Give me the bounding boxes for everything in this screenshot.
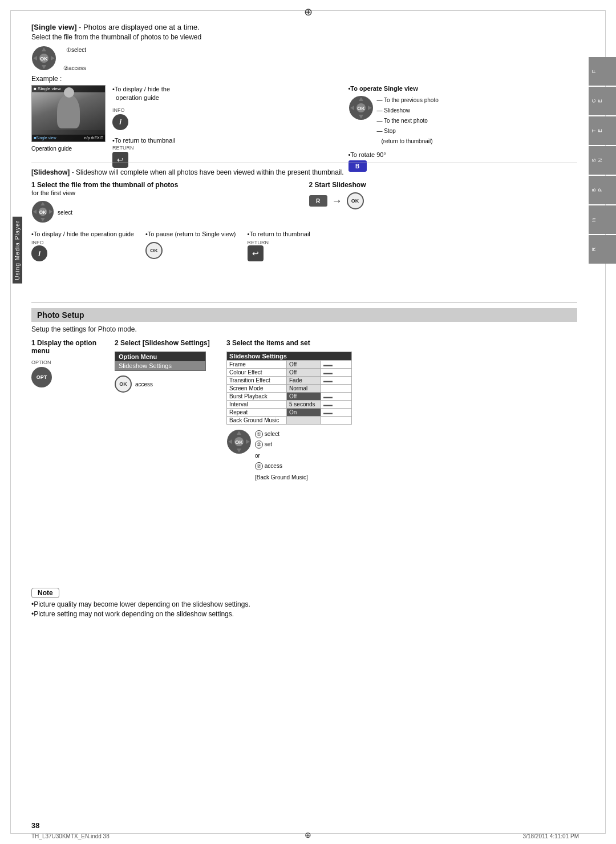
sidebar-tab-in: In [589, 205, 616, 234]
ss-row-bar-7 [321, 417, 352, 425]
ss-select-text: select [265, 431, 279, 437]
ok-button-ps[interactable]: OK [115, 375, 132, 393]
note-bullet-0: •Picture quality may become lower depend… [31, 600, 577, 608]
ps-access-label: access [135, 381, 153, 387]
page-number: 38 [31, 821, 39, 830]
option-menu-item: Slideshow Settings [115, 361, 205, 370]
display-hide-text: •To display / hide the operation guide [112, 85, 342, 103]
left-sidebar-label: Using Media Player [13, 217, 22, 284]
right-sidebar: F CE TE SN BP In R [589, 57, 616, 264]
ss-row-value-4: Off [287, 393, 321, 401]
return-thumbnail-paren: (return to thumbnail) [377, 136, 439, 147]
ss-row-bar-0: ▬▬ [321, 361, 352, 369]
sv-controls: OK — To the previous photo — Slideshow —… [348, 95, 578, 147]
ps-step1-label: 1 Display the option menu [31, 339, 106, 355]
ss-row-value-6: On [287, 409, 321, 417]
ss-set-label: ② set [255, 439, 308, 450]
ss-row-bar-6: ▬▬ [321, 409, 352, 417]
note-bullets: •Picture quality may become lower depend… [31, 600, 577, 618]
ss-row-bar-3 [321, 385, 352, 393]
display-hide-label: •To display / hide the operation guide [112, 86, 170, 101]
slideshow-desc: - Slideshow will complete when all photo… [70, 168, 343, 176]
ps-col3: 3 Select the items and set Slideshow Set… [226, 339, 577, 483]
rotate-90-label: •To rotate 90° [348, 151, 578, 158]
photo-setup-section: Photo Setup Setup the settings for Photo… [31, 308, 577, 483]
sidebar-tab-ce: CE [589, 87, 616, 115]
step2-label: 2 Start Slideshow [309, 181, 366, 189]
step2-content: 2 Start Slideshow R → OK [309, 181, 366, 209]
svg-text:OK: OK [357, 106, 365, 111]
photo-setup-title: Photo Setup [37, 310, 84, 320]
ss-return-text: •To return to thumbnail [248, 231, 310, 237]
ss-table-header: Slideshow Settings [227, 352, 352, 361]
return-label-1: RETURN [112, 145, 342, 151]
r-button[interactable]: R [309, 195, 327, 207]
single-view-desc: - Photos are displayed one at a time. [76, 23, 199, 31]
slideshow-section: [Slideshow] - Slideshow will complete wh… [31, 168, 577, 261]
sidebar-tab-bp: BP [589, 176, 616, 204]
step1-sub: for the first view [31, 189, 75, 196]
ss-row-name-1: Colour Effect [227, 369, 287, 377]
option-button[interactable]: OPT [31, 367, 52, 387]
slideshow-bracket: [Slideshow] [31, 168, 70, 176]
ss-row-value-7 [287, 417, 321, 425]
return-to-thumbnail-text: •To return to thumbnail [112, 137, 342, 144]
slideshow-label: — Slideshow [377, 106, 439, 116]
ss-row-bar-4: ▬▬ [321, 393, 352, 401]
option-menu-box: Option Menu Slideshow Settings [115, 352, 206, 371]
ss-return-label: RETURN [248, 240, 310, 245]
single-view-section: [Single view] - Photos are displayed one… [31, 23, 577, 172]
ss-row-bar-5: ▬▬ [321, 401, 352, 409]
ss-pause: •To pause (return to Single view) OK [145, 231, 236, 259]
sv-labels: — To the previous photo — Slideshow — To… [377, 95, 439, 147]
photo-setup-desc: Setup the settings for Photo mode. [31, 325, 577, 333]
note-section: Note •Picture quality may become lower d… [31, 588, 577, 620]
ok-button-pause[interactable]: OK [145, 242, 163, 259]
divider-2 [31, 302, 577, 303]
middle-instructions: •To display / hide the operation guide I… [112, 85, 342, 168]
ok-button-slideshow[interactable]: OK [347, 192, 364, 209]
return-icon-1: ↩ [112, 152, 128, 168]
ps-option-label: OPTION [31, 360, 106, 365]
ss-bgm-label: [Back Ground Music] [255, 473, 308, 483]
ss-row-name-6: Repeat [227, 409, 287, 417]
example-image: ■ Single view ■Single view n/p ⊕EXIT [31, 85, 106, 142]
select-access-row: OK ①select ②access [31, 46, 577, 72]
photo-setup-header: Photo Setup [31, 308, 577, 322]
sidebar-tab-r: R [589, 235, 616, 264]
access-label-1: ②access [63, 65, 86, 71]
divider-1 [31, 163, 577, 163]
ss-return: •To return to thumbnail RETURN ↩ [248, 231, 310, 261]
dpad-select-container: OK ①select ②access [31, 46, 56, 72]
example-image-container: ■ Single view ■Single view n/p ⊕EXIT Ope… [31, 85, 106, 152]
ps-access-row: OK access [115, 375, 217, 393]
ss-row-name-4: Burst Playback [227, 393, 287, 401]
select-label-1: ①select [66, 47, 86, 53]
operate-single-view: •To operate Single view OK [348, 85, 578, 172]
svg-text:OK: OK [235, 439, 243, 445]
footer-crosshair: ⊕ [305, 830, 311, 839]
info-icon-container: i [112, 114, 342, 130]
photo-setup-columns: 1 Display the option menu OPTION OPT 2 S… [31, 339, 577, 483]
option-menu-title: Option Menu [115, 352, 205, 361]
svg-text:OK: OK [40, 56, 48, 62]
ss-row-bar-1: ▬▬ [321, 369, 352, 377]
ss-row-value-3: Normal [287, 385, 321, 393]
ss-row-name-5: Interval [227, 401, 287, 409]
ss-row-name-2: Transition Effect [227, 377, 287, 385]
return-icon-2: ↩ [248, 245, 264, 261]
step1-text: 1 Select the file from the thumbnail of … [31, 181, 178, 189]
ss-dpad: OK [226, 429, 252, 454]
step1-label: 1 Select the file from the thumbnail of … [31, 181, 300, 197]
arrow-right: → [332, 195, 342, 207]
operate-sv-label: •To operate Single view [348, 85, 578, 92]
ss-row-name-7: Back Ground Music [227, 417, 287, 425]
ss-info-icon: i [31, 245, 47, 261]
slideshow-step1: 1 Select the file from the thumbnail of … [31, 181, 300, 225]
slideshow-instructions: •To display / hide the operation guide I… [31, 231, 577, 261]
slideshow-step2: 2 Start Slideshow R → OK [309, 181, 578, 209]
prev-photo-label: — To the previous photo [377, 95, 439, 106]
ss-access-text: access [265, 463, 282, 469]
note-bullet-1: •Picture setting may not work depending … [31, 610, 577, 618]
footer-left: TH_L37U30KMTX_EN.indd 38 [31, 833, 110, 839]
